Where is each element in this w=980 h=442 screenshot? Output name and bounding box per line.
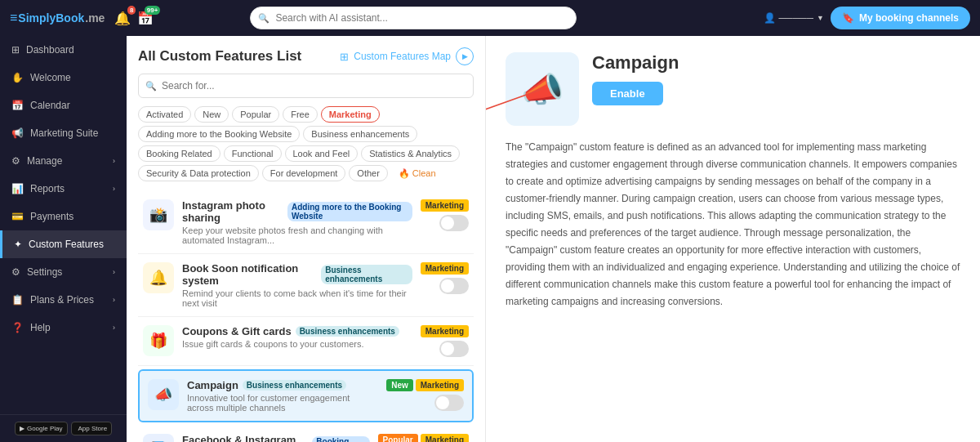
campaign-title: Campaign	[592, 52, 679, 74]
filter-statistics[interactable]: Statistics & Analytics	[361, 145, 460, 162]
filter-security[interactable]: Security & Data protection	[138, 165, 259, 181]
toggle-campaign[interactable]	[434, 395, 464, 411]
feature-name-facebook: Facebook & Instagram Bookings	[182, 434, 308, 442]
enable-button[interactable]: Enable	[592, 82, 663, 105]
feature-icon-instagram: 📸	[143, 199, 174, 230]
bookmark-icon: 🔖	[842, 12, 854, 24]
feature-item-facebook: 📘 Facebook & Instagram Bookings Booking …	[138, 426, 474, 442]
sidebar-item-dashboard[interactable]: ⊞ Dashboard	[0, 36, 127, 64]
feature-icon-campaign: 📣	[148, 379, 179, 410]
welcome-icon: ✋	[11, 72, 24, 83]
filter-activated[interactable]: Activated	[138, 106, 191, 123]
search-wrap: 🔍	[250, 7, 577, 29]
feature-icon-facebook: 📘	[143, 434, 174, 442]
campaign-large-icon: 📣	[506, 52, 579, 126]
plans-icon: 📋	[11, 294, 24, 306]
calendar-icon[interactable]: 📅 99+	[137, 11, 154, 26]
badge-marketing-campaign: Marketing	[416, 379, 464, 391]
feature-search-bar: 🔍	[138, 74, 474, 98]
badge-popular-facebook: Popular	[378, 434, 418, 442]
sidebar-item-marketing[interactable]: 📢 Marketing Suite	[0, 119, 127, 147]
payments-icon: 💳	[11, 211, 24, 222]
feature-item-booksoon: 🔔 Book Soon notification system Business…	[138, 254, 474, 317]
filter-functional[interactable]: Functional	[224, 145, 282, 162]
notification-bell[interactable]: 🔔 8	[114, 11, 131, 26]
sidebar-item-payments[interactable]: 💳 Payments	[0, 203, 127, 230]
toggle-coupons[interactable]	[439, 341, 469, 357]
marketing-icon: 📢	[11, 127, 24, 139]
sidebar-item-calendar[interactable]: 📅 Calendar	[0, 92, 127, 119]
help-icon: ❓	[11, 322, 24, 333]
toggle-booksoon[interactable]	[439, 278, 469, 294]
filter-other[interactable]: Other	[349, 165, 388, 181]
fire-icon: 🔥	[399, 168, 410, 179]
feature-icon-booksoon: 🔔	[143, 262, 174, 293]
filter-look[interactable]: Look and Feel	[285, 145, 359, 162]
badge-marketing-booksoon: Marketing	[421, 262, 469, 275]
sidebar-item-plans[interactable]: 📋 Plans & Prices ›	[0, 286, 127, 314]
feature-cat-instagram: Adding more to the Booking Website	[287, 202, 412, 221]
user-name: ─────	[779, 12, 814, 24]
dashboard-icon: ⊞	[11, 44, 20, 56]
filter-free[interactable]: Free	[283, 106, 318, 123]
filter-development[interactable]: For development	[262, 165, 346, 181]
bell-badge: 8	[127, 6, 136, 15]
sidebar-item-manage[interactable]: ⚙ Manage ›	[0, 147, 127, 175]
toggle-instagram[interactable]	[439, 215, 469, 231]
user-dropdown-icon: ▼	[817, 14, 824, 22]
feature-cat-facebook: Booking Related	[312, 436, 369, 442]
custom-features-map-link[interactable]: Custom Features Map	[354, 51, 451, 62]
chevron-right-icon-5: ›	[113, 324, 115, 332]
sidebar-item-reports[interactable]: 📊 Reports ›	[0, 175, 127, 203]
filter-adding[interactable]: Adding more to the Booking Website	[138, 126, 300, 142]
search-icon-inner: 🔍	[145, 81, 157, 92]
user-menu[interactable]: 👤 ───── ▼	[764, 12, 824, 24]
filter-new[interactable]: New	[194, 106, 229, 123]
sidebar-item-settings[interactable]: ⚙ Settings ›	[0, 258, 127, 286]
my-booking-channels-button[interactable]: 🔖 My booking channels	[831, 7, 970, 29]
feature-cat-campaign: Business enhancements	[243, 380, 346, 391]
arrow-line	[506, 52, 506, 53]
topnav: ≡ SimplyBook.me 🔔 8 📅 99+ 🔍 👤 ───── ▼ 🔖 …	[0, 0, 980, 36]
manage-icon: ⚙	[11, 155, 20, 167]
sidebar-item-welcome[interactable]: ✋ Welcome	[0, 64, 127, 92]
search-input[interactable]	[250, 7, 577, 29]
google-play-badge[interactable]: ▶ Google Play	[15, 422, 68, 435]
filter-tags: Activated New Popular Free Marketing Add…	[138, 106, 474, 181]
feature-search-input[interactable]	[138, 74, 474, 98]
feature-icon-coupons: 🎁	[143, 325, 174, 356]
feature-cat-coupons: Business enhancements	[296, 326, 399, 337]
badge-marketing-coupons: Marketing	[421, 325, 469, 337]
app-store-badge[interactable]: App Store	[71, 422, 113, 435]
filter-clean[interactable]: 🔥 Clean	[391, 165, 443, 181]
chevron-right-icon-2: ›	[113, 185, 115, 193]
feature-name-booksoon: Book Soon notification system	[182, 262, 317, 287]
filter-popular[interactable]: Popular	[232, 106, 279, 123]
feature-desc-coupons: Issue gift cards & coupons to your custo…	[182, 339, 412, 349]
feature-cat-booksoon: Business enhancements	[321, 265, 412, 284]
calendar-badge: 99+	[145, 6, 161, 15]
calendar-sidebar-icon: 📅	[11, 100, 24, 111]
user-avatar-icon: 👤	[764, 12, 776, 24]
feature-name-coupons: Coupons & Gift cards	[182, 325, 292, 337]
chevron-right-icon: ›	[113, 157, 115, 165]
feature-desc-instagram: Keep your website photos fresh and chang…	[182, 225, 412, 245]
filter-marketing[interactable]: Marketing	[321, 106, 380, 123]
logo[interactable]: ≡ SimplyBook.me	[10, 11, 105, 25]
feature-item-instagram: 📸 Instagram photo sharing Adding more to…	[138, 191, 474, 254]
filter-booking-related[interactable]: Booking Related	[138, 145, 220, 162]
google-play-icon: ▶	[20, 425, 24, 432]
feature-item-coupons: 🎁 Coupons & Gift cards Business enhancem…	[138, 317, 474, 366]
left-panel: All Custom Features List ⊞ Custom Featur…	[127, 36, 486, 442]
feature-name-instagram: Instagram photo sharing	[182, 199, 283, 224]
grid-icon: ⊞	[340, 51, 349, 63]
campaign-description: The "Campaign" custom feature is defined…	[506, 139, 960, 310]
filter-business[interactable]: Business enhancements	[303, 126, 417, 142]
badge-new-campaign: New	[386, 379, 413, 391]
sidebar-item-help[interactable]: ❓ Help ›	[0, 314, 127, 342]
chevron-right-icon-3: ›	[113, 268, 115, 276]
sidebar: ⊞ Dashboard ✋ Welcome 📅 Calendar 📢 Marke…	[0, 36, 127, 442]
sidebar-item-custom-features[interactable]: ✦ Custom Features	[0, 230, 127, 258]
play-button[interactable]: ▶	[456, 47, 474, 65]
feature-name-campaign: Campaign	[187, 379, 238, 391]
